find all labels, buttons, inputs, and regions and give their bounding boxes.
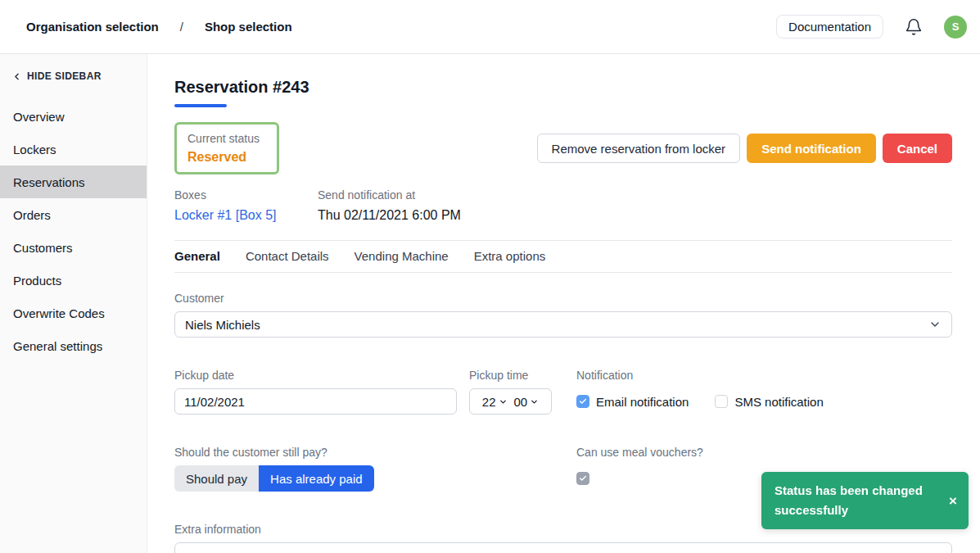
sidebar-item-lockers[interactable]: Lockers <box>0 133 147 165</box>
hide-sidebar-button[interactable]: HIDE SIDEBAR <box>0 70 147 82</box>
sidebar: HIDE SIDEBAR Overview Lockers Reservatio… <box>0 54 147 553</box>
send-notification-button[interactable]: Send notification <box>747 134 876 163</box>
breadcrumb: Organisation selection / Shop selection <box>26 20 292 34</box>
has-already-paid-option[interactable]: Has already paid <box>259 465 374 492</box>
pickup-time-box: 22 00 <box>469 388 552 415</box>
hide-sidebar-label: HIDE SIDEBAR <box>27 70 102 82</box>
extra-information-textarea[interactable] <box>174 542 952 553</box>
avatar[interactable]: S <box>944 16 967 39</box>
email-notification-checkbox[interactable] <box>576 395 589 408</box>
toast-message: Status has been changed successfully <box>775 481 941 520</box>
sidebar-item-overwrite-codes[interactable]: Overwrite Codes <box>0 297 147 329</box>
remove-reservation-button[interactable]: Remove reservation from locker <box>537 134 741 163</box>
pickup-minute-value: 00 <box>514 395 528 409</box>
current-status-box: Current status Reserved <box>174 122 279 175</box>
pickup-date-label: Pickup date <box>174 369 457 382</box>
sidebar-item-customers[interactable]: Customers <box>0 231 147 264</box>
customer-label: Customer <box>174 292 952 305</box>
locker-box-link[interactable]: Locker #1 [Box 5] <box>174 208 318 223</box>
tab-extra-options[interactable]: Extra options <box>474 249 546 263</box>
meal-vouchers-checkbox[interactable] <box>576 472 589 485</box>
boxes-label: Boxes <box>174 188 318 202</box>
pickup-hour-value: 22 <box>482 395 496 409</box>
chevron-down-icon <box>499 397 508 406</box>
sidebar-item-overview[interactable]: Overview <box>0 100 147 133</box>
sidebar-item-reservations[interactable]: Reservations <box>0 165 147 198</box>
email-notification-label: Email notification <box>596 395 689 409</box>
check-icon <box>579 397 587 406</box>
breadcrumb-shop[interactable]: Shop selection <box>205 20 292 34</box>
send-at-value: Thu 02/11/2021 6:00 PM <box>318 208 461 223</box>
should-pay-label: Should the customer still pay? <box>174 446 576 459</box>
toast-success: Status has been changed successfully × <box>761 472 969 529</box>
pickup-date-input[interactable] <box>174 388 457 415</box>
chevron-down-icon <box>928 318 942 331</box>
chevron-down-icon <box>530 397 539 406</box>
sms-notification-checkbox[interactable] <box>715 395 728 408</box>
notification-label: Notification <box>576 369 824 382</box>
cancel-button[interactable]: Cancel <box>883 134 952 163</box>
sidebar-item-products[interactable]: Products <box>0 264 147 297</box>
tab-bar: General Contact Details Vending Machine … <box>174 240 952 273</box>
breadcrumb-organisation[interactable]: Organisation selection <box>26 20 159 34</box>
pickup-hour-select[interactable]: 22 <box>482 395 508 409</box>
customer-select-value: Niels Michiels <box>185 318 260 332</box>
documentation-button[interactable]: Documentation <box>776 15 883 39</box>
page-title: Reservation #243 <box>174 78 952 97</box>
tab-vending-machine[interactable]: Vending Machine <box>355 249 449 263</box>
should-pay-option[interactable]: Should pay <box>174 465 259 492</box>
pickup-time-label: Pickup time <box>469 369 552 382</box>
breadcrumb-separator: / <box>180 20 183 34</box>
sidebar-item-orders[interactable]: Orders <box>0 198 147 231</box>
tab-contact-details[interactable]: Contact Details <box>246 249 329 263</box>
bell-icon[interactable] <box>905 18 923 36</box>
check-icon <box>579 474 587 483</box>
sidebar-item-general-settings[interactable]: General settings <box>0 329 147 362</box>
top-bar: Organisation selection / Shop selection … <box>0 0 980 54</box>
meal-vouchers-label: Can use meal vouchers? <box>576 446 703 459</box>
send-at-label: Send notification at <box>318 188 461 202</box>
status-value: Reserved <box>187 150 266 165</box>
tab-general[interactable]: General <box>174 249 220 263</box>
pickup-minute-select[interactable]: 00 <box>514 395 540 409</box>
status-label: Current status <box>187 132 266 145</box>
sms-notification-label: SMS notification <box>734 395 823 409</box>
title-underline <box>174 104 227 107</box>
customer-select[interactable]: Niels Michiels <box>174 311 952 338</box>
chevron-left-icon <box>11 71 22 82</box>
payment-toggle: Should pay Has already paid <box>174 465 374 492</box>
close-icon[interactable]: × <box>949 494 957 508</box>
